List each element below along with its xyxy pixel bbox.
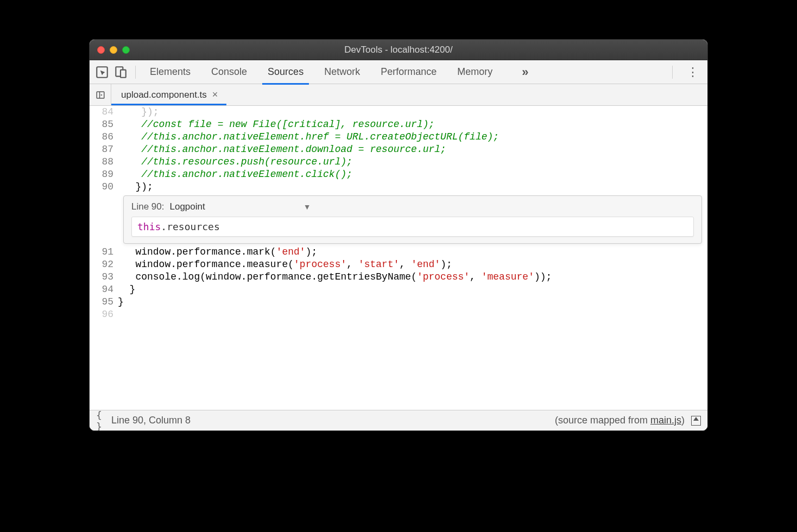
- line-number[interactable]: 90: [90, 181, 118, 193]
- line-number[interactable]: 94: [90, 283, 118, 296]
- window-title: DevTools - localhost:4200/: [90, 45, 707, 55]
- code-line[interactable]: //this.anchor.nativeElement.click();: [118, 168, 352, 181]
- tab-performance[interactable]: Performance: [378, 62, 439, 82]
- bottom-drawer-toggle-icon[interactable]: [691, 416, 701, 426]
- code-line[interactable]: //this.anchor.nativeElement.download = r…: [118, 143, 446, 156]
- line-number[interactable]: 92: [90, 258, 118, 271]
- tab-sources[interactable]: Sources: [265, 62, 306, 82]
- titlebar: DevTools - localhost:4200/: [90, 40, 707, 60]
- breakpoint-type-select[interactable]: Logpoint ▼: [170, 201, 311, 212]
- code-line[interactable]: window.performance.mark('end');: [118, 246, 317, 258]
- line-number[interactable]: 96: [90, 308, 118, 321]
- window-minimize-button[interactable]: [110, 46, 117, 54]
- logpoint-expression-input[interactable]: this.resources: [131, 217, 694, 237]
- source-editor[interactable]: 84 }); 85 //const file = new File([criti…: [90, 106, 707, 410]
- tab-console[interactable]: Console: [209, 62, 249, 82]
- code-line[interactable]: window.performance.measure('process', 's…: [118, 258, 452, 271]
- separator: [672, 66, 673, 79]
- code-line[interactable]: });: [118, 181, 153, 193]
- tab-elements[interactable]: Elements: [148, 62, 193, 82]
- line-number[interactable]: 89: [90, 168, 118, 181]
- device-toggle-icon[interactable]: [113, 65, 128, 79]
- chevron-down-icon: ▼: [303, 202, 311, 211]
- code-line[interactable]: //const file = new File([critical], reso…: [118, 118, 434, 131]
- navigator-toggle-icon[interactable]: [90, 84, 111, 105]
- code-line[interactable]: });: [118, 106, 159, 118]
- code-line[interactable]: }: [118, 283, 135, 296]
- line-number[interactable]: 86: [90, 131, 118, 143]
- devtools-window: DevTools - localhost:4200/ Elements Cons…: [89, 39, 708, 431]
- statusbar: { } Line 90, Column 8 (source mapped fro…: [90, 410, 707, 430]
- line-number[interactable]: 91: [90, 246, 118, 258]
- breakpoint-editor: Line 90: Logpoint ▼ this.resources: [123, 195, 702, 244]
- line-number[interactable]: 95: [90, 296, 118, 308]
- file-tab-name: upload.component.ts: [121, 90, 207, 100]
- close-icon[interactable]: ×: [212, 89, 218, 100]
- source-map-info: (source mapped from main.js): [555, 415, 685, 426]
- settings-menu-button[interactable]: ⋮: [684, 65, 702, 79]
- pretty-print-icon[interactable]: { }: [96, 409, 111, 432]
- svg-rect-2: [121, 69, 126, 77]
- source-map-link[interactable]: main.js: [650, 415, 681, 426]
- separator: [135, 66, 136, 79]
- code-line[interactable]: //this.resources.push(resource.url);: [118, 156, 352, 168]
- tabs-overflow-button[interactable]: »: [522, 65, 528, 79]
- window-close-button[interactable]: [97, 46, 105, 54]
- line-number[interactable]: 87: [90, 143, 118, 156]
- line-number[interactable]: 84: [90, 106, 118, 118]
- cursor-position: Line 90, Column 8: [111, 415, 191, 426]
- code-line[interactable]: }: [118, 296, 124, 308]
- file-tabbar: upload.component.ts ×: [90, 84, 707, 106]
- breakpoint-type-value: Logpoint: [170, 201, 205, 212]
- line-number[interactable]: 93: [90, 271, 118, 283]
- tab-network[interactable]: Network: [322, 62, 362, 82]
- window-controls: [97, 46, 130, 54]
- code-line[interactable]: console.log(window.performance.getEntrie…: [118, 271, 552, 283]
- code-line[interactable]: //this.anchor.nativeElement.href = URL.c…: [118, 131, 499, 143]
- inspect-icon[interactable]: [95, 65, 109, 79]
- main-tabbar: Elements Console Sources Network Perform…: [90, 60, 707, 84]
- svg-rect-3: [97, 92, 104, 98]
- breakpoint-line-label: Line 90:: [131, 201, 165, 212]
- file-tab-active[interactable]: upload.component.ts ×: [111, 84, 226, 105]
- tab-memory[interactable]: Memory: [455, 62, 495, 82]
- panel-tabs: Elements Console Sources Network Perform…: [148, 62, 528, 82]
- code-viewport[interactable]: 84 }); 85 //const file = new File([criti…: [90, 106, 707, 410]
- line-number[interactable]: 88: [90, 156, 118, 168]
- window-maximize-button[interactable]: [122, 46, 130, 54]
- line-number[interactable]: 85: [90, 118, 118, 131]
